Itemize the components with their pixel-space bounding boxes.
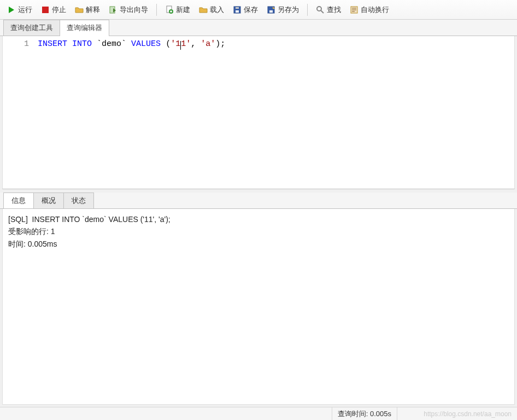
load-button[interactable]: 载入 (195, 3, 228, 17)
code-content[interactable]: INSERT INTO `demo` VALUES ('11', 'a'); (36, 36, 514, 189)
explain-label: 解释 (86, 5, 100, 15)
semicolon: ; (220, 39, 225, 49)
new-button[interactable]: 新建 (161, 3, 194, 17)
run-label: 运行 (18, 5, 32, 15)
result-tab-strip: 信息 概况 状态 (0, 192, 517, 209)
floppy-arrow-icon (267, 5, 275, 14)
tab-label: 查询编辑器 (67, 24, 102, 32)
svg-rect-1 (42, 7, 49, 13)
svg-marker-0 (9, 7, 14, 13)
find-label: 查找 (327, 5, 341, 15)
export-icon (109, 5, 118, 14)
status-bar: 查询时间: 0.005s https://blog.csdn.net/aa_mo… (0, 407, 517, 420)
sql-editor[interactable]: 1 INSERT INTO `demo` VALUES ('11', 'a'); (2, 36, 515, 189)
load-label: 载入 (210, 5, 224, 15)
status-empty-cell (397, 407, 517, 420)
status-query-time: 查询时间: 0.005s (332, 407, 397, 420)
string-literal-1b: 1' (181, 39, 191, 49)
new-file-icon (165, 5, 174, 14)
paren-open: ( (166, 39, 171, 49)
floppy-icon (233, 5, 242, 14)
tab-info[interactable]: 信息 (3, 192, 34, 208)
export-wizard-button[interactable]: 导出向导 (105, 3, 152, 17)
tab-label: 查询创建工具 (10, 24, 53, 32)
tab-status[interactable]: 状态 (63, 192, 94, 208)
tab-query-editor[interactable]: 查询编辑器 (60, 20, 109, 36)
svg-rect-9 (269, 10, 273, 13)
result-line-time: 时间: 0.005ms (8, 238, 509, 250)
toolbar-separator (307, 4, 308, 16)
comma: , (191, 39, 196, 49)
result-line-affected: 受影响的行: 1 (8, 225, 509, 237)
keyword-into: INTO (72, 39, 92, 49)
result-line-sql: [SQL] INSERT INTO `demo` VALUES ('11', '… (8, 213, 509, 225)
line-number: 1 (6, 39, 29, 49)
tab-label: 状态 (72, 196, 86, 205)
query-time-text: 查询时间: 0.005s (338, 409, 391, 419)
stop-button[interactable]: 停止 (37, 3, 70, 17)
line-gutter: 1 (3, 36, 36, 189)
save-label: 保存 (244, 5, 258, 15)
keyword-values: VALUES (131, 39, 161, 49)
save-as-button[interactable]: 另存为 (263, 3, 303, 17)
wrap-label: 自动换行 (361, 5, 389, 15)
main-toolbar: 运行 停止 解释 导出向导 新建 载入 保存 (0, 0, 517, 20)
stop-label: 停止 (52, 5, 66, 15)
new-label: 新建 (176, 5, 190, 15)
folder-icon (199, 5, 208, 14)
string-literal-1a: '1 (171, 39, 180, 49)
editor-tab-strip: 查询创建工具 查询编辑器 (0, 20, 517, 36)
svg-line-11 (321, 10, 324, 13)
save-button[interactable]: 保存 (229, 3, 262, 17)
svg-point-10 (317, 7, 321, 11)
keyword-insert: INSERT (38, 39, 67, 49)
wrap-button[interactable]: 自动换行 (346, 3, 393, 17)
wrap-icon (350, 5, 359, 14)
toolbar-separator (156, 4, 157, 16)
text-cursor (180, 41, 181, 50)
export-wizard-label: 导出向导 (120, 5, 148, 15)
explain-button[interactable]: 解释 (71, 3, 104, 17)
tab-label: 信息 (11, 196, 26, 205)
paren-close: ) (215, 39, 220, 49)
tab-label: 概况 (42, 196, 56, 205)
tab-query-builder[interactable]: 查询创建工具 (3, 20, 60, 36)
string-literal-2: 'a' (201, 39, 215, 49)
table-identifier: `demo` (97, 39, 126, 49)
run-button[interactable]: 运行 (3, 3, 36, 17)
folder-open-icon (75, 5, 84, 14)
stop-icon (41, 5, 50, 14)
tab-profile[interactable]: 概况 (33, 192, 64, 208)
result-info-pane[interactable]: [SQL] INSERT INTO `demo` VALUES ('11', '… (2, 209, 515, 405)
play-icon (7, 5, 16, 14)
svg-rect-6 (236, 10, 239, 13)
save-as-label: 另存为 (278, 5, 299, 15)
svg-rect-7 (236, 7, 239, 9)
search-icon (316, 5, 325, 14)
find-button[interactable]: 查找 (312, 3, 345, 17)
